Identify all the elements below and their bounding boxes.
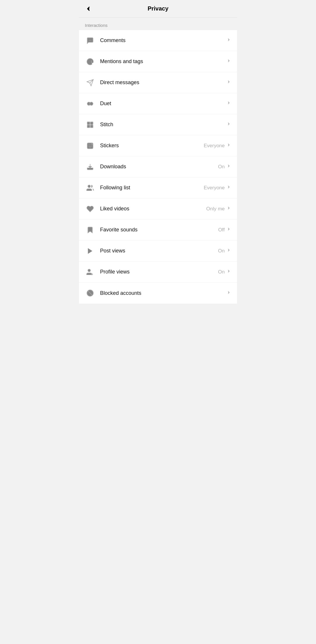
stitch-item[interactable]: Stitch — [79, 114, 237, 135]
comments-item[interactable]: Comments — [79, 30, 237, 51]
svg-rect-8 — [87, 122, 90, 124]
downloads-label: Downloads — [100, 164, 218, 170]
following-list-value: Everyone — [204, 185, 225, 191]
svg-marker-18 — [88, 248, 92, 254]
svg-point-1 — [90, 40, 90, 40]
liked-videos-right: Only me — [206, 206, 231, 212]
heart-icon — [85, 204, 95, 214]
favorite-sounds-right: Off — [218, 227, 231, 233]
svg-rect-11 — [90, 125, 93, 128]
following-list-item[interactable]: Following list Everyone — [79, 177, 237, 198]
following-icon — [85, 183, 95, 193]
svg-point-13 — [89, 144, 90, 145]
duet-icon — [85, 98, 95, 109]
direct-messages-right — [226, 79, 231, 86]
blocked-accounts-chevron — [226, 290, 231, 296]
profile-views-chevron — [226, 269, 231, 275]
stickers-right: Everyone — [204, 143, 231, 149]
sticker-icon — [85, 141, 95, 151]
download-icon — [85, 162, 95, 172]
liked-videos-value: Only me — [206, 206, 225, 212]
liked-videos-chevron — [226, 206, 231, 212]
bookmark-icon — [85, 225, 95, 235]
liked-videos-label: Liked videos — [100, 206, 206, 212]
svg-point-0 — [89, 40, 90, 40]
profile-views-label: Profile views — [100, 269, 218, 275]
mentions-chevron — [226, 58, 231, 65]
blocked-icon — [85, 288, 95, 298]
stickers-value: Everyone — [204, 143, 225, 149]
stitch-icon — [85, 120, 95, 130]
blocked-accounts-label: Blocked accounts — [100, 290, 226, 296]
duet-right — [226, 101, 231, 107]
blocked-accounts-item[interactable]: Blocked accounts — [79, 283, 237, 304]
back-button[interactable] — [85, 5, 92, 12]
dm-icon — [85, 77, 95, 88]
post-views-chevron — [226, 248, 231, 254]
favorite-sounds-chevron — [226, 227, 231, 233]
downloads-right: On — [218, 164, 231, 170]
liked-videos-item[interactable]: Liked videos Only me — [79, 198, 237, 219]
stitch-right — [226, 122, 231, 128]
duet-chevron — [226, 101, 231, 107]
favorite-sounds-value: Off — [218, 227, 225, 233]
stickers-chevron — [226, 143, 231, 149]
mentions-and-tags-item[interactable]: Mentions and tags — [79, 51, 237, 72]
profile-views-item[interactable]: Profile views On — [79, 262, 237, 283]
following-list-right: Everyone — [204, 185, 231, 191]
direct-messages-item[interactable]: Direct messages — [79, 72, 237, 93]
svg-rect-9 — [90, 122, 93, 124]
comments-right — [226, 37, 231, 44]
post-views-value: On — [218, 248, 225, 254]
svg-point-7 — [90, 102, 93, 105]
post-views-right: On — [218, 248, 231, 254]
dm-chevron — [226, 79, 231, 86]
direct-messages-label: Direct messages — [100, 79, 226, 86]
mention-icon — [85, 56, 95, 67]
profile-views-icon — [85, 267, 95, 277]
comment-icon — [85, 35, 95, 46]
play-icon — [85, 246, 95, 256]
stitch-chevron — [226, 122, 231, 128]
svg-point-14 — [91, 144, 92, 145]
following-list-label: Following list — [100, 185, 204, 191]
svg-rect-10 — [87, 125, 90, 128]
profile-views-right: On — [218, 269, 231, 275]
post-views-item[interactable]: Post views On — [79, 240, 237, 262]
following-list-chevron — [226, 185, 231, 191]
profile-views-value: On — [218, 269, 225, 275]
stickers-label: Stickers — [100, 143, 204, 149]
mentions-and-tags-right — [226, 58, 231, 65]
section-interactions-label: Interactions — [79, 18, 237, 30]
favorite-sounds-item[interactable]: Favorite sounds Off — [79, 219, 237, 240]
svg-point-17 — [88, 185, 90, 188]
stickers-item[interactable]: Stickers Everyone — [79, 135, 237, 156]
blocked-accounts-right — [226, 290, 231, 296]
svg-point-2 — [91, 40, 91, 40]
svg-point-19 — [88, 269, 90, 272]
comments-label: Comments — [100, 37, 226, 44]
post-views-label: Post views — [100, 248, 218, 254]
downloads-chevron — [226, 164, 231, 170]
downloads-value: On — [218, 164, 225, 170]
comments-chevron — [226, 37, 231, 44]
header: Privacy — [79, 0, 237, 18]
favorite-sounds-label: Favorite sounds — [100, 227, 218, 233]
interactions-list: Comments Mentions and tags — [79, 30, 237, 304]
stitch-label: Stitch — [100, 122, 226, 128]
downloads-item[interactable]: Downloads On — [79, 156, 237, 177]
duet-item[interactable]: Duet — [79, 93, 237, 114]
mentions-and-tags-label: Mentions and tags — [100, 58, 226, 65]
page-title: Privacy — [147, 5, 168, 12]
duet-label: Duet — [100, 101, 226, 107]
